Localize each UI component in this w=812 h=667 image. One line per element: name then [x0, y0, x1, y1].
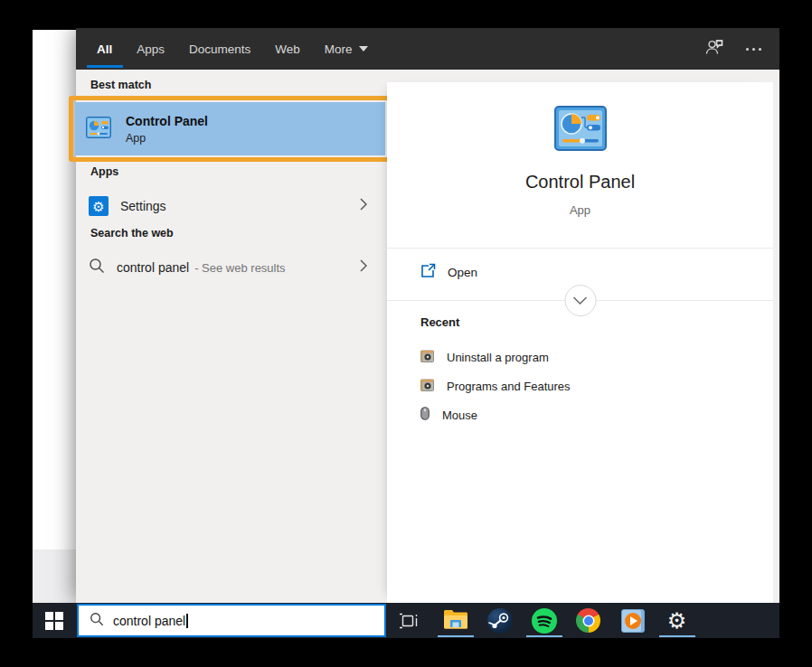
running-indicator: [438, 635, 474, 637]
tutorial-highlight-annotation: Control Panel App: [69, 96, 392, 162]
settings-gear-icon: ⚙: [667, 610, 687, 632]
best-match-result-control-panel[interactable]: Control Panel App: [75, 102, 385, 155]
recent-item-mouse[interactable]: Mouse: [420, 403, 477, 427]
taskbar-app-steam[interactable]: [477, 603, 522, 638]
taskbar-app-spotify[interactable]: [522, 603, 566, 638]
web-query-text: control panel: [117, 260, 189, 275]
search-results-panel: Best match: [76, 70, 779, 603]
programs-and-features-icon: [420, 378, 434, 395]
taskbar-app-file-explorer[interactable]: [433, 603, 477, 638]
text-caret: [186, 614, 188, 628]
result-settings-label: Settings: [120, 199, 166, 213]
control-panel-icon: [86, 117, 111, 142]
movies-tv-icon: [621, 609, 645, 633]
recent-item-uninstall-a-program[interactable]: Uninstall a program: [420, 345, 549, 369]
search-filter-tabbar: All Apps Documents Web More: [76, 28, 779, 70]
divider: [387, 248, 773, 249]
preview-title: Control Panel: [387, 172, 773, 193]
taskbar-search-box[interactable]: control panel: [77, 604, 386, 637]
user-account-icon[interactable]: [704, 38, 724, 60]
windows-search-flyout: All Apps Documents Web More Best match: [76, 28, 779, 603]
more-options-icon[interactable]: [746, 48, 761, 51]
chevron-right-icon: [360, 259, 367, 276]
search-web-header: Search the web: [90, 227, 174, 240]
preview-pane: Control Panel App Open Recent: [387, 82, 773, 603]
settings-gear-icon: ⚙: [89, 196, 109, 216]
apps-header: Apps: [90, 165, 118, 178]
tab-web[interactable]: Web: [275, 28, 300, 70]
result-web-search[interactable]: control panel - See web results: [76, 249, 387, 286]
chrome-icon: [576, 608, 600, 633]
open-external-icon: [420, 263, 436, 282]
chevron-down-icon: [359, 46, 368, 52]
best-match-type: App: [126, 132, 208, 145]
taskbar: control panel: [33, 603, 779, 638]
tab-apps[interactable]: Apps: [137, 28, 165, 70]
search-icon: [90, 612, 104, 630]
tab-all[interactable]: All: [97, 28, 112, 70]
file-explorer-icon: [443, 608, 468, 634]
tab-more[interactable]: More: [325, 28, 368, 70]
search-icon: [89, 258, 105, 277]
running-indicator: [526, 635, 562, 637]
background-window-edge-bottom: [33, 550, 76, 603]
preview-subtitle: App: [387, 203, 773, 217]
taskbar-app-chrome[interactable]: [566, 603, 610, 638]
task-view-button[interactable]: [393, 603, 424, 638]
task-view-icon: [399, 612, 419, 630]
open-action-label: Open: [448, 266, 477, 279]
windows-logo-icon: [45, 612, 63, 630]
chevron-right-icon: [360, 198, 367, 214]
recent-header: Recent: [420, 315, 459, 329]
recent-item-programs-and-features[interactable]: Programs and Features: [420, 374, 571, 398]
programs-and-features-icon: [420, 349, 434, 366]
best-match-title: Control Panel: [126, 114, 208, 128]
taskbar-app-settings[interactable]: ⚙: [655, 603, 699, 638]
taskbar-app-movies-tv[interactable]: [610, 603, 655, 638]
spotify-icon: [532, 608, 557, 634]
running-indicator: [659, 635, 695, 637]
web-suffix-text: - See web results: [194, 261, 285, 275]
control-panel-icon-large: [554, 106, 607, 155]
start-button[interactable]: [33, 603, 76, 638]
steam-icon: [487, 608, 513, 634]
tab-documents[interactable]: Documents: [189, 28, 250, 70]
best-match-header: Best match: [90, 79, 151, 91]
result-settings[interactable]: ⚙ Settings: [76, 188, 387, 224]
expand-preview-button[interactable]: [564, 285, 596, 316]
search-input-value: control panel: [113, 614, 185, 628]
mouse-icon: [420, 407, 430, 424]
